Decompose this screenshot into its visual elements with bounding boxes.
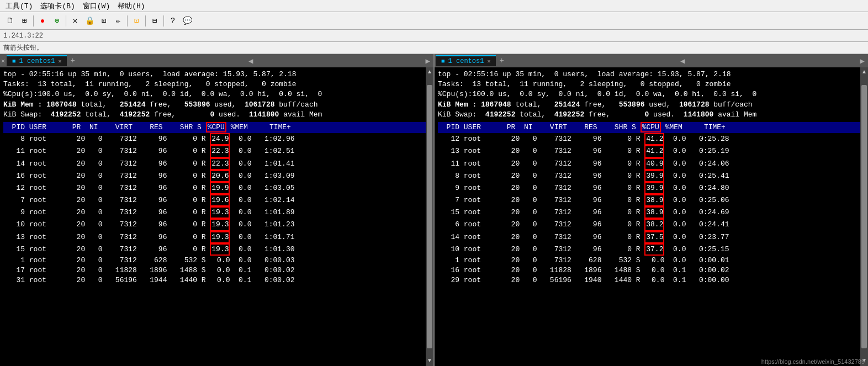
left-terminal-content: top - 02:55:16 up 35 min, 0 users, load … [0,67,433,366]
toolbar-sep4 [145,15,146,26]
table-row: 8 root 20 0 7312 96 0 R 39.9 0.0 0:25.41 [438,170,865,182]
right-tab-add[interactable]: + [496,55,507,66]
left-tab-bar: ✕ ■ 1 centos1 ✕ + ◀ ▶ [0,54,433,67]
left-header-1: Tasks: 13 total, 11 running, 2 sleeping,… [3,79,430,89]
table-row: 9 root 20 0 7312 96 0 R 39.9 0.0 0:24.80 [438,182,865,194]
main-area: ✕ ■ 1 centos1 ✕ + ◀ ▶ top - 02:55:16 up … [0,54,868,366]
right-table-header: PID USER PR NI VIRT RES SHR S %CPU %MEM … [438,122,865,133]
left-header-3: KiB Mem : 1867048 total, 251424 free, 55… [3,100,430,110]
right-scroll-up[interactable]: ▲ [861,67,867,77]
left-terminal-pane: ✕ ■ 1 centos1 ✕ + ◀ ▶ top - 02:55:16 up … [0,54,433,366]
left-header-2: %Cpu(s):100.0 us, 0.0 sy, 0.0 ni, 0.0 id… [3,89,430,99]
left-scroll-up[interactable]: ▲ [427,67,432,77]
table-row: 7 root 20 0 7312 96 0 R 19.6 0.0 1:02.14 [3,194,430,206]
table-row: 6 root 20 0 7312 96 0 R 38.2 0.0 0:24.41 [438,219,865,231]
right-header-3: KiB Mem : 1867048 total, 251424 free, 55… [438,100,865,110]
right-scroll-thumb[interactable] [861,85,867,348]
table-row: 10 root 20 0 7312 96 0 R 37.2 0.0 0:25.1… [438,243,865,256]
right-header-0: top - 02:55:16 up 35 min, 0 users, load … [438,70,865,79]
table-row: 12 root 20 0 7312 96 0 R 19.9 0.0 1:03.0… [3,182,430,194]
toolbar-btn5[interactable]: ✕ [68,14,82,28]
menu-help[interactable]: 帮助(H) [114,0,148,12]
toolbar-btn2[interactable]: ⊞ [18,14,31,28]
right-scrollbar[interactable]: ▲ ▼ [860,67,868,366]
right-tab-nav-right[interactable]: ▶ [858,56,867,66]
left-scroll-down[interactable]: ▼ [427,356,432,366]
right-header-2: %Cpu(s):100.0 us, 0.0 sy, 0.0 ni, 0.0 id… [438,89,865,99]
right-tab-close[interactable]: ✕ [487,58,490,65]
left-header-4: KiB Swap: 4192252 total, 4192252 free, 0… [3,110,430,120]
table-row: 31 root 20 0 56196 1944 1440 R 0.0 0.1 0… [3,275,430,285]
toolbar-sep5 [163,15,164,26]
address-bar: 1.241.3:22 [0,30,868,42]
right-tab-label: 1 centos1 [448,57,484,65]
toolbar-btn6[interactable]: 🔒 [83,14,96,28]
table-row: 13 root 20 0 7312 96 0 R 19.3 0.0 1:01.7… [3,231,430,243]
table-row: 11 root 20 0 7312 96 0 R 40.9 0.0 0:24.0… [438,158,865,170]
toolbar-new[interactable]: 🗋 [3,14,17,28]
table-row: 12 root 20 0 7312 96 0 R 41.2 0.0 0:25.2… [438,133,865,145]
watermark: https://blog.csdn.net/weixin_51432789 [761,358,865,365]
table-row: 7 root 20 0 7312 96 0 R 38.9 0.0 0:25.06 [438,194,865,206]
left-tab-nav-right[interactable]: ▶ [424,56,432,66]
hint-text: 前箭头按钮。 [3,43,43,52]
menu-window[interactable]: 窗口(W) [80,0,113,12]
right-tab[interactable]: ■ 1 centos1 ✕ [436,55,496,66]
left-header-0: top - 02:55:16 up 35 min, 0 users, load … [3,70,430,79]
table-row: 8 root 20 0 7312 96 0 R 24.9 0.0 1:02.96 [3,133,430,145]
left-table-rows: 8 root 20 0 7312 96 0 R 24.9 0.0 1:02.96… [3,133,430,285]
table-row: 17 root 20 0 11828 1896 1488 S 0.0 0.1 0… [3,266,430,275]
table-row: 15 root 20 0 7312 96 0 R 19.3 0.0 1:01.3… [3,243,430,256]
toolbar-help[interactable]: ? [166,14,179,28]
right-terminal-pane: ■ 1 centos1 ✕ + ◀ ▶ top - 02:55:16 up 35… [435,54,868,366]
table-row: 11 root 20 0 7312 96 0 R 22.3 0.0 1:02.5… [3,145,430,157]
table-row: 16 root 20 0 11828 1896 1488 S 0.0 0.1 0… [438,266,865,275]
left-table-header: PID USER PR NI VIRT RES SHR S %CPU %MEM … [3,122,430,133]
table-row: 13 root 20 0 7312 96 0 R 41.2 0.0 0:25.1… [438,145,865,157]
toolbar-chat[interactable]: 💬 [181,14,194,28]
menu-tabs[interactable]: 选项卡(B) [37,0,78,12]
toolbar-btn7[interactable]: ⊡ [97,14,110,28]
right-terminal-content: top - 02:55:16 up 35 min, 0 users, load … [435,67,868,366]
address-text: 1.241.3:22 [3,32,43,40]
toolbar-sep1 [33,15,34,26]
left-tab-add[interactable]: + [67,55,78,66]
table-row: 14 root 20 0 7312 96 0 R 37.5 0.0 0:23.7… [438,231,865,243]
table-row: 29 root 20 0 56196 1940 1440 R 0.0 0.1 0… [438,275,865,285]
left-tab-close[interactable]: ✕ [58,58,61,65]
table-row: 15 root 20 0 7312 96 0 R 38.9 0.0 0:24.6… [438,206,865,219]
toolbar-btn4[interactable]: ⊕ [50,14,63,28]
left-tab[interactable]: ■ 1 centos1 ✕ [7,55,67,66]
right-header-4: KiB Swap: 4192252 total, 4192252 free, 0… [438,110,865,120]
toolbar-btn9[interactable]: ⊡ [130,14,143,28]
hint-bar: 前箭头按钮。 [0,42,868,54]
table-row: 1 root 20 0 7312 628 532 S 0.0 0.0 0:00.… [3,256,430,266]
toolbar: 🗋 ⊞ ● ⊕ ✕ 🔒 ⊡ ✏ ⊡ ⊟ ? 💬 [0,12,868,30]
toolbar-btn3[interactable]: ● [36,14,49,28]
right-header-1: Tasks: 13 total, 11 running, 2 sleeping,… [438,79,865,89]
table-row: 16 root 20 0 7312 96 0 R 20.6 0.0 1:03.0… [3,170,430,182]
left-tab-nav-left[interactable]: ◀ [246,56,255,66]
table-row: 10 root 20 0 7312 96 0 R 19.3 0.0 1:01.2… [3,219,430,231]
toolbar-sep3 [127,15,128,26]
toolbar-sep2 [66,15,66,26]
right-table-rows: 12 root 20 0 7312 96 0 R 41.2 0.0 0:25.2… [438,133,865,285]
left-tab-label: 1 centos1 [19,57,55,65]
table-row: 1 root 20 0 7312 628 532 S 0.0 0.0 0:00.… [438,256,865,266]
right-tab-bar: ■ 1 centos1 ✕ + ◀ ▶ [435,54,868,67]
table-row: 9 root 20 0 7312 96 0 R 19.3 0.0 1:01.89 [3,206,430,219]
menu-bar: 工具(T) 选项卡(B) 窗口(W) 帮助(H) [0,0,868,12]
left-close-x[interactable]: ✕ [1,57,5,65]
left-scroll-thumb[interactable] [427,85,432,348]
right-tab-nav-left[interactable]: ◀ [678,56,687,66]
toolbar-btn10[interactable]: ⊟ [148,14,161,28]
toolbar-btn8[interactable]: ✏ [112,14,125,28]
menu-tools[interactable]: 工具(T) [2,0,36,12]
table-row: 14 root 20 0 7312 96 0 R 22.3 0.0 1:01.4… [3,158,430,170]
left-scrollbar[interactable]: ▲ ▼ [426,67,433,366]
